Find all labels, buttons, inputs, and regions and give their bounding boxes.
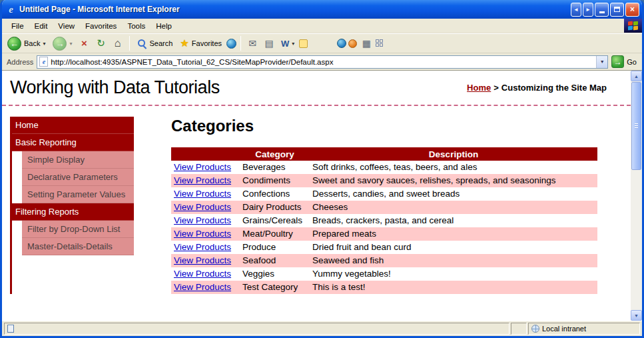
security-zone-panel: Local intranet (528, 323, 640, 335)
page-icon: e (39, 57, 48, 67)
description-cell: Sweet and savory sauces, relishes, sprea… (310, 174, 597, 187)
web-page: Working with Data Tutorials Home>Customi… (2, 71, 631, 321)
view-products-link[interactable]: View Products (174, 229, 231, 239)
category-cell: Test Category (240, 281, 310, 294)
word-icon: W (281, 39, 289, 49)
breadcrumb-home-link[interactable]: Home (467, 83, 491, 93)
breadcrumb: Home>Customizing the Site Map (467, 83, 607, 93)
table-row: View Products Grains/Cereals Breads, cra… (171, 214, 597, 227)
stop-button[interactable]: × (77, 36, 92, 51)
word-dropdown-caret[interactable]: ▾ (292, 41, 294, 47)
view-products-link[interactable]: View Products (174, 162, 231, 172)
menu-tools[interactable]: Tools (122, 20, 151, 32)
sidebar-item-filtering-reports[interactable]: Filtering Reports (10, 203, 134, 221)
print-button[interactable]: ▤ (262, 36, 276, 51)
forward-dropdown-caret[interactable]: ▾ (69, 41, 72, 47)
table-row: View Products Dairy Products Cheeses (171, 201, 597, 214)
search-button[interactable]: Search (134, 37, 176, 50)
menu-file[interactable]: File (6, 20, 29, 32)
column-header-category: Category (240, 147, 310, 161)
grid-icon[interactable] (376, 39, 384, 48)
vertical-scrollbar[interactable]: ▲ ▼ (631, 71, 642, 321)
table-row: View Products Produce Dried fruit and be… (171, 241, 597, 254)
sidebar-item-basic-reporting[interactable]: Basic Reporting (10, 134, 134, 151)
minimize-button[interactable] (595, 3, 609, 17)
back-label: Back (24, 39, 40, 47)
sidebar-item-home[interactable]: Home (10, 117, 134, 134)
status-mini-panel (511, 323, 527, 335)
address-input[interactable] (51, 56, 596, 68)
media-icon[interactable] (226, 39, 236, 49)
maximize-button[interactable] (610, 3, 624, 17)
status-bar: Local intranet (2, 321, 642, 336)
address-field[interactable]: e ▼ (37, 55, 608, 69)
back-dropdown-caret[interactable]: ▾ (43, 41, 45, 47)
scrollbar-thumb[interactable] (631, 82, 641, 170)
content-heading: Categories (171, 117, 597, 135)
view-products-link[interactable]: View Products (174, 269, 231, 279)
standard-toolbar: ← Back ▾ → ▾ × ↻ ⌂ Search ★ Favorites ✉ … (2, 33, 642, 53)
table-row: View Products Seafood Seaweed and fish (171, 254, 597, 267)
browser-viewport: Working with Data Tutorials Home>Customi… (2, 71, 642, 321)
back-icon: ← (7, 37, 21, 51)
view-products-link[interactable]: View Products (174, 175, 231, 185)
favorites-button[interactable]: ★ Favorites (177, 36, 224, 51)
column-header-description: Description (310, 147, 597, 161)
discuss-icon[interactable] (299, 39, 308, 48)
maximize-icon (614, 7, 620, 12)
table-row: View Products Condiments Sweet and savor… (171, 174, 597, 187)
go-button[interactable]: → Go (611, 55, 639, 68)
sidebar-item-simple-display[interactable]: Simple Display (22, 151, 134, 169)
mail-button[interactable]: ✉ (245, 36, 260, 51)
description-cell: Prepared meats (310, 227, 597, 241)
titlebar-right-arrow-button[interactable]: ► (583, 3, 593, 17)
back-button[interactable]: ← Back ▾ (5, 35, 48, 52)
forward-button[interactable]: → ▾ (50, 35, 75, 52)
categories-table: Category Description View Products Bever… (171, 147, 597, 294)
close-button[interactable]: × (625, 3, 639, 17)
category-cell: Condiments (240, 174, 310, 187)
refresh-button[interactable]: ↻ (94, 36, 109, 51)
favorites-star-icon: ★ (180, 37, 188, 49)
category-cell: Produce (240, 241, 310, 254)
table-header-row: Category Description (171, 147, 597, 161)
view-products-link[interactable]: View Products (174, 202, 231, 212)
sidebar-item-master-details-details[interactable]: Master-Details-Details (22, 238, 134, 255)
home-button[interactable]: ⌂ (111, 36, 125, 51)
menu-edit[interactable]: Edit (29, 20, 53, 32)
building-icon[interactable]: ▦ (359, 36, 374, 51)
view-products-link[interactable]: View Products (174, 189, 231, 199)
toolbar-separator (240, 36, 241, 51)
page-header: Working with Data Tutorials Home>Customi… (2, 71, 631, 106)
scroll-down-button[interactable]: ▼ (631, 310, 642, 321)
go-arrow-icon: → (611, 55, 624, 68)
description-cell: Seaweed and fish (310, 254, 597, 267)
scroll-up-button[interactable]: ▲ (631, 71, 642, 81)
view-products-link[interactable]: View Products (174, 255, 231, 265)
research-icon[interactable] (348, 39, 357, 48)
category-cell: Veggies (240, 267, 310, 281)
messenger-icon[interactable] (337, 39, 346, 48)
intranet-globe-icon (531, 325, 539, 333)
go-label: Go (627, 58, 637, 66)
scroll-down-icon: ▼ (634, 313, 639, 318)
view-products-link[interactable]: View Products (174, 242, 231, 252)
sidebar-item-setting-parameter-values[interactable]: Setting Parameter Values (22, 186, 134, 203)
menu-view[interactable]: View (53, 20, 80, 32)
scroll-up-icon: ▲ (634, 74, 639, 79)
titlebar-left-arrow-button[interactable]: ◄ (571, 3, 581, 17)
view-products-link[interactable]: View Products (174, 282, 231, 292)
address-bar: Address e ▼ → Go (2, 53, 642, 71)
sidebar-item-declarative-parameters[interactable]: Declarative Parameters (22, 169, 134, 186)
forward-icon: → (53, 37, 67, 51)
edit-with-word-button[interactable]: W ▾ (278, 37, 297, 50)
address-dropdown-button[interactable]: ▼ (596, 56, 607, 68)
sidebar-item-filter-by-drop-down-list[interactable]: Filter by Drop-Down List (22, 221, 134, 238)
menu-favorites[interactable]: Favorites (80, 20, 122, 32)
category-cell: Meat/Poultry (240, 227, 310, 241)
minimize-icon (599, 11, 605, 13)
description-cell: Dried fruit and bean curd (310, 241, 597, 254)
view-products-link[interactable]: View Products (174, 215, 231, 225)
title-bar[interactable]: e Untitled Page - Microsoft Internet Exp… (2, 0, 642, 19)
menu-help[interactable]: Help (151, 20, 177, 32)
